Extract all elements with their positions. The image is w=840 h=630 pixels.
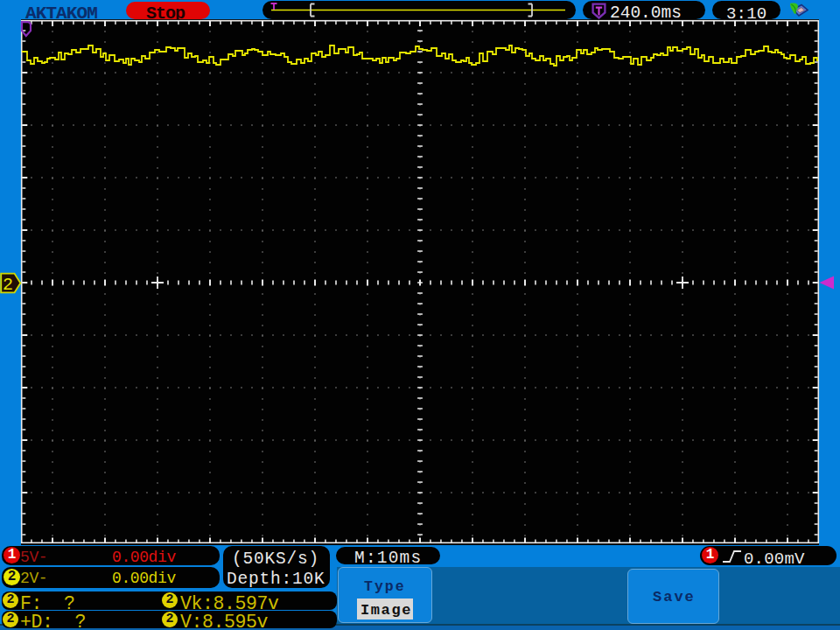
svg-text:2: 2 [3,275,13,295]
